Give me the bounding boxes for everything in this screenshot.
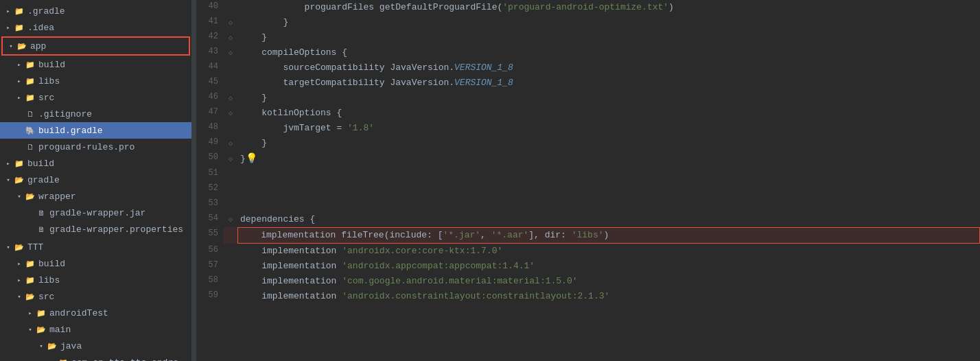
code-line-53: 53: [196, 197, 980, 212]
gitignore-icon: 🗋: [25, 108, 36, 119]
item-label: gradle: [27, 175, 186, 185]
tree-item-gradle-jar[interactable]: 🗎 gradle-wrapper.jar: [0, 205, 191, 221]
tree-item-ttt[interactable]: 📂 TTT: [0, 239, 191, 255]
tree-item-idea[interactable]: 📁 .idea: [0, 19, 191, 36]
folder-icon: 📁: [14, 22, 25, 33]
line-content-55: implementation fileTree(include: ['*.jar…: [237, 227, 980, 244]
code-line-42: 42 ◇ }: [196, 30, 980, 45]
folder-icon: 📁: [25, 92, 36, 103]
line-number-59: 59: [196, 289, 224, 304]
item-label: main: [49, 325, 186, 335]
code-line-59: 59 implementation 'androidx.constraintla…: [196, 289, 980, 304]
code-line-54: 54 ◇ dependencies {: [196, 212, 980, 227]
tree-item-app-src[interactable]: 📁 src: [0, 89, 191, 106]
item-label: build: [38, 259, 186, 269]
line-number-41: 41: [196, 15, 224, 30]
item-label: com.cn.tta.tts_android.ttt: [71, 358, 186, 362]
arrow-icon: [3, 5, 14, 16]
line-content-46: }: [237, 91, 980, 106]
pro-icon: 🗋: [25, 141, 36, 152]
item-label: build.gradle: [38, 126, 186, 136]
arrow-icon: [47, 357, 58, 361]
gutter-48: [224, 121, 237, 136]
tree-item-gradle-props[interactable]: 🗎 gradle-wrapper.properties: [0, 221, 191, 237]
gutter-51: [224, 167, 237, 182]
folder-icon: 📁: [36, 307, 47, 318]
line-content-54: dependencies {: [237, 212, 980, 227]
line-content-59: implementation 'androidx.constraintlayou…: [237, 289, 980, 304]
gutter-58: [224, 274, 237, 289]
line-content-49: }: [237, 136, 980, 151]
tree-item-app[interactable]: 📂 app: [3, 38, 189, 54]
arrow-icon: [3, 22, 14, 33]
code-line-49: 49 ◇ }: [196, 136, 980, 151]
line-content-43: compileOptions {: [237, 45, 980, 60]
code-line-44: 44 sourceCompatibility JavaVersion.VERSI…: [196, 60, 980, 75]
line-content-48: jvmTarget = '1.8': [237, 121, 980, 136]
line-content-58: implementation 'com.google.android.mater…: [237, 274, 980, 289]
tree-item-app-libs[interactable]: 📁 libs: [0, 73, 191, 89]
tree-item-build-top[interactable]: 📁 build: [0, 155, 191, 172]
item-label: .gradle: [27, 6, 186, 16]
props-icon: 🗎: [36, 224, 47, 235]
line-content-45: targetCompatibility JavaVersion.VERSION_…: [237, 75, 980, 91]
line-content-42: }: [237, 30, 980, 45]
gutter-50: ◇: [224, 151, 237, 167]
item-label: proguard-rules.pro: [38, 142, 186, 152]
tree-item-main[interactable]: 📂 main: [0, 321, 191, 338]
arrow-icon: [3, 158, 14, 169]
item-label: libs: [38, 275, 186, 286]
tree-item-app-build[interactable]: 📁 build: [0, 56, 191, 73]
arrow-icon: [14, 75, 25, 86]
tree-item-ttt-libs[interactable]: 📁 libs: [0, 272, 191, 288]
gutter-59: [224, 289, 237, 304]
arrow-icon: [36, 340, 47, 351]
arrow-icon: [5, 40, 16, 51]
tree-item-android-test[interactable]: 📁 androidTest: [0, 305, 191, 321]
tree-item-gitignore[interactable]: 🗋 .gitignore: [0, 106, 191, 122]
line-number-52: 52: [196, 182, 224, 197]
line-content-57: implementation 'androidx.appcompat:appco…: [237, 259, 980, 274]
folder-open-icon: 📂: [25, 191, 36, 202]
item-label: wrapper: [38, 191, 186, 202]
tree-item-wrapper[interactable]: 📂 wrapper: [0, 188, 191, 205]
tree-item-ttt-build[interactable]: 📁 build: [0, 255, 191, 272]
tree-item-gradle[interactable]: 📁 .gradle: [0, 3, 191, 19]
folder-open-icon: 📂: [47, 340, 58, 351]
arrow-icon: [14, 191, 25, 202]
code-line-51: 51: [196, 167, 980, 182]
gutter-54: ◇: [224, 212, 237, 227]
item-label: build: [38, 60, 186, 70]
arrow-spacer: [25, 224, 36, 235]
code-line-52: 52: [196, 182, 980, 197]
code-line-48: 48 jvmTarget = '1.8': [196, 121, 980, 136]
arrow-spacer: [25, 207, 36, 218]
line-number-50: 50: [196, 151, 224, 167]
code-line-55: 55 implementation fileTree(include: ['*.…: [196, 227, 980, 244]
line-number-44: 44: [196, 60, 224, 75]
gutter-42: ◇: [224, 30, 237, 45]
gutter-57: [224, 259, 237, 274]
tree-item-com-pkg[interactable]: 📁 com.cn.tta.tts_android.ttt: [0, 354, 191, 361]
folder-open-icon: 📂: [36, 324, 47, 335]
tree-item-proguard[interactable]: 🗋 proguard-rules.pro: [0, 139, 191, 155]
line-number-54: 54: [196, 212, 224, 227]
item-label: .idea: [27, 23, 186, 33]
tree-item-gradle-folder[interactable]: 📂 gradle: [0, 172, 191, 188]
gutter-46: ◇: [224, 91, 237, 106]
arrow-icon: [3, 174, 14, 185]
item-label: src: [38, 93, 186, 103]
code-line-45: 45 targetCompatibility JavaVersion.VERSI…: [196, 75, 980, 91]
folder-icon: 📁: [25, 275, 36, 286]
folder-open-icon: 📂: [25, 291, 36, 302]
tree-item-ttt-src[interactable]: 📂 src: [0, 288, 191, 305]
code-line-47: 47 ◇ kotlinOptions {: [196, 106, 980, 121]
folder-icon: 📁: [25, 59, 36, 70]
line-number-58: 58: [196, 274, 224, 289]
tree-item-build-gradle[interactable]: 🐘 build.gradle: [0, 122, 191, 139]
code-line-50: 50 ◇ }💡: [196, 151, 980, 167]
arrow-spacer: [14, 108, 25, 119]
folder-open-icon: 📂: [14, 242, 25, 253]
tree-item-java[interactable]: 📂 java: [0, 338, 191, 354]
arrow-spacer: [14, 141, 25, 152]
